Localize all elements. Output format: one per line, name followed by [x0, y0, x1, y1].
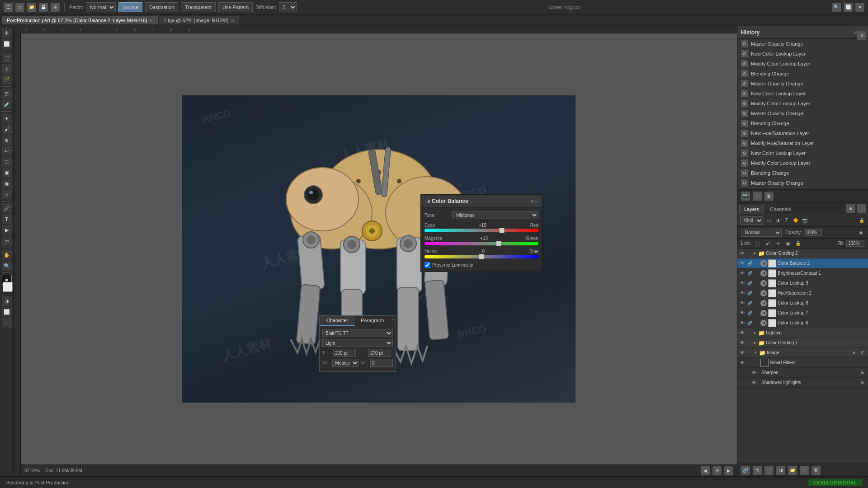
tab-layers[interactable]: Layers: [739, 205, 764, 214]
filter-smart-icon[interactable]: 📷: [801, 217, 808, 224]
pen-tool[interactable]: 🖊: [2, 203, 12, 213]
background-color[interactable]: □: [3, 282, 13, 292]
expand-icon[interactable]: ▶: [754, 341, 756, 345]
history-item[interactable]: ⊙Master Opacity Change: [737, 39, 868, 49]
blend-mode-select[interactable]: Normal: [741, 229, 782, 237]
layer-link-icon[interactable]: 🔗: [747, 271, 752, 276]
save-icon[interactable]: 💾: [39, 3, 48, 12]
history-item[interactable]: ⊙Modify Color Lookup Layer: [737, 59, 868, 69]
layer-vis-icon[interactable]: 👁: [739, 290, 745, 296]
dodge-tool[interactable]: ○: [2, 189, 12, 199]
tab-character[interactable]: Character: [320, 316, 355, 326]
layer-sharpen[interactable]: 👁 Sharpen ≡: [737, 368, 868, 378]
layer-color-lookup-6[interactable]: 👁 🔗 ◑ Color Lookup 6: [737, 318, 868, 328]
layer-vis-icon[interactable]: 👁: [739, 300, 745, 306]
tone-select[interactable]: Midtones Shadows Highlights: [452, 211, 538, 219]
layer-vis-icon[interactable]: 👁: [751, 380, 757, 386]
layer-options-icon[interactable]: ≡: [859, 369, 866, 376]
patch-mode-select[interactable]: Normal: [86, 2, 116, 12]
expand-icon[interactable]: ▶: [754, 331, 756, 335]
lasso-tool[interactable]: 𝓛: [2, 64, 12, 74]
history-list[interactable]: ⊙Master Opacity Change ⊙New Color Lookup…: [737, 39, 868, 189]
panel-gear[interactable]: ⚙: [857, 31, 866, 40]
close-icon[interactable]: ✕: [855, 3, 864, 12]
layer-link-icon[interactable]: 🔗: [747, 320, 752, 326]
more-tools[interactable]: ···: [2, 318, 12, 328]
layer-adj-btn[interactable]: ◑: [776, 466, 785, 475]
history-item[interactable]: ⊙Blending Change: [737, 69, 868, 79]
history-item[interactable]: ⊙New Color Lookup Layer: [737, 89, 868, 99]
layer-link-icon[interactable]: 🔗: [747, 300, 752, 306]
transparent-btn[interactable]: Transparent: [181, 2, 216, 12]
menu-icon[interactable]: ☰: [4, 3, 13, 12]
lock-artboard-icon[interactable]: ▣: [784, 240, 792, 247]
nav-zoom[interactable]: ⊕: [712, 466, 722, 475]
delete-state-btn[interactable]: 🗑: [764, 192, 774, 201]
print-icon[interactable]: 🖨: [51, 3, 60, 12]
yellow-blue-track[interactable]: [425, 255, 538, 258]
history-brush-tool[interactable]: ↩: [2, 146, 12, 156]
history-item[interactable]: ⊙Master Opacity Change: [737, 79, 868, 89]
layer-mask-icon[interactable]: ⊡: [859, 349, 866, 357]
layer-vis-icon[interactable]: 👁: [739, 270, 745, 277]
tab-paragraph[interactable]: Paragraph: [355, 316, 390, 326]
leading-input[interactable]: [368, 349, 391, 357]
nav-back[interactable]: ◀: [701, 466, 710, 475]
layer-mask-btn[interactable]: ⬚: [764, 466, 774, 475]
quick-select-tool[interactable]: 🪄: [2, 75, 12, 84]
gradient-tool[interactable]: ▣: [2, 168, 12, 178]
layer-delete-btn[interactable]: 🗑: [811, 466, 821, 475]
layer-group-btn[interactable]: 📁: [788, 466, 797, 475]
properties-close[interactable]: —: [533, 198, 538, 204]
marquee-tool[interactable]: ⬚: [2, 53, 12, 63]
layer-link-icon[interactable]: 🔗: [747, 281, 752, 286]
layer-fx-btn[interactable]: fx: [753, 466, 762, 475]
layer-vis-icon[interactable]: 👁: [739, 280, 745, 286]
history-item[interactable]: ⊙Modify Color Lookup Layer: [737, 99, 868, 108]
layer-vis-icon[interactable]: 👁: [739, 260, 745, 267]
nav-fwd[interactable]: ▶: [724, 466, 733, 475]
layer-extra-icon[interactable]: ≡: [850, 349, 858, 357]
layer-group-color-grading-1[interactable]: 👁 ▶ 📁 Color Grading 1: [737, 338, 868, 348]
new-icon[interactable]: ▭: [15, 3, 24, 12]
use-pattern-btn[interactable]: Use Pattern: [218, 2, 253, 12]
font-size-input[interactable]: [333, 349, 356, 357]
layer-link-icon[interactable]: 🔗: [747, 310, 752, 316]
tab-postproduction[interactable]: PostProduction.psd @ 67.2% (Color Balanc…: [2, 16, 158, 24]
filter-kind-select[interactable]: Kind: [740, 216, 763, 225]
font-style-select[interactable]: Light: [322, 339, 393, 347]
filter-shape-icon[interactable]: 🔶: [792, 217, 799, 224]
layer-group-image[interactable]: 👁 ▼ 📁 Image ≡ ⊡: [737, 348, 868, 358]
filter-adj-icon[interactable]: ◑: [774, 217, 781, 224]
create-snapshot-btn[interactable]: 📷: [741, 192, 750, 201]
layer-new-btn[interactable]: ➕: [800, 466, 809, 475]
artboard-tool[interactable]: ⬜: [2, 39, 12, 49]
quick-mask-tool[interactable]: ◑: [2, 296, 12, 306]
crop-tool[interactable]: ⊡: [2, 89, 12, 99]
lock-transparent-icon[interactable]: ⬚: [755, 240, 762, 247]
eyedropper-tool[interactable]: 💉: [2, 99, 12, 109]
preserve-luminosity-label[interactable]: Preserve Luminosity: [432, 263, 473, 267]
tab-1tga-close[interactable]: ✕: [231, 18, 234, 23]
layer-link-icon[interactable]: 🔗: [747, 261, 752, 266]
layer-link-btn[interactable]: 🔗: [741, 466, 750, 475]
lock-all-icon[interactable]: 🔒: [794, 240, 802, 247]
clone-stamp-tool[interactable]: ⊕: [2, 135, 12, 145]
tracking-select[interactable]: Metrics: [332, 359, 359, 367]
lock-image-icon[interactable]: 🖌: [764, 240, 772, 247]
layer-vis-icon[interactable]: 👁: [739, 350, 745, 356]
layers-panel-close[interactable]: —: [857, 204, 866, 213]
magenta-green-track[interactable]: [425, 242, 538, 245]
path-select-tool[interactable]: ▶: [2, 225, 12, 235]
layer-vis-icon[interactable]: 👁: [739, 320, 745, 326]
shape-tool[interactable]: ▭: [2, 236, 12, 246]
layer-link-icon[interactable]: 🔗: [747, 291, 752, 296]
expand-icon[interactable]: ▶: [754, 251, 756, 255]
properties-icon[interactable]: ◑: [425, 197, 432, 205]
font-family-select[interactable]: BlairITC TT: [322, 329, 393, 337]
kerning-input[interactable]: [370, 359, 393, 367]
eraser-tool[interactable]: ◻: [2, 157, 12, 167]
layer-vis-icon[interactable]: 👁: [739, 330, 745, 336]
history-item[interactable]: ⊙New Hue/Saturation Layer: [737, 128, 868, 138]
layer-group-color-grading-2[interactable]: 👁 ▶ 📁 Color Grading 2: [737, 249, 868, 258]
